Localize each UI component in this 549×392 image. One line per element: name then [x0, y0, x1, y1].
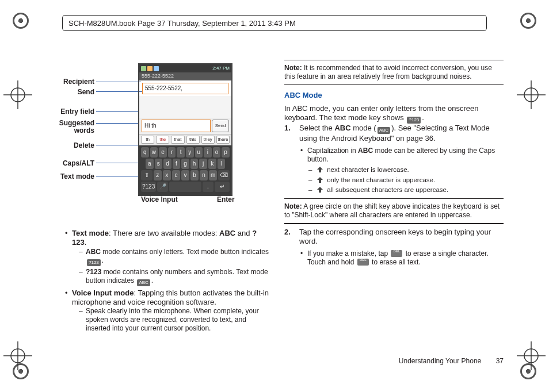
key[interactable]: e [159, 147, 167, 157]
callout-text-mode: Text mode [57, 172, 94, 181]
key[interactable]: d [163, 159, 171, 169]
section-header-abc-mode: ABC Mode [284, 91, 504, 100]
callout-line [96, 111, 142, 112]
key[interactable]: f [173, 159, 181, 169]
key[interactable]: w [150, 147, 158, 157]
key[interactable]: u [195, 147, 203, 157]
suggestion[interactable]: there [216, 136, 230, 144]
phone-screenshot: 2:47 PM 555-222-5522 555-222-5522, Hi th… [138, 63, 233, 196]
delete-key-icon [357, 259, 369, 266]
key[interactable]: c [172, 170, 180, 180]
callout-entry-field: Entry field [57, 107, 94, 116]
key[interactable]: p [222, 147, 230, 157]
text-mode-icon: ?123 [407, 117, 421, 124]
key[interactable]: m [209, 170, 217, 180]
sub-caps-lower: next character is lowercase. [307, 166, 504, 174]
rule [284, 223, 504, 224]
callout-suggested-l2: words [49, 126, 94, 135]
key[interactable]: i [204, 147, 212, 157]
key[interactable]: z [154, 170, 162, 180]
status-time: 2:47 PM [212, 66, 230, 71]
crop-mark-icon [3, 80, 32, 109]
key[interactable]: t [177, 147, 185, 157]
note-conversion: Note: It is recommended that to avoid in… [284, 64, 504, 81]
callout-caps-alt: Caps/ALT [57, 159, 94, 168]
text-mode-icon: ABC [137, 279, 150, 286]
footer-section: Understanding Your Phone [399, 357, 481, 365]
key[interactable]: v [181, 170, 189, 180]
suggestion[interactable]: th [141, 136, 154, 144]
key[interactable]: y [186, 147, 194, 157]
status-bar: 2:47 PM [139, 64, 231, 72]
callout-voice-input: Voice Input [141, 195, 178, 204]
text-mode-icon: ABC [378, 127, 390, 134]
send-button[interactable]: Send [212, 120, 229, 132]
text-mode-key[interactable]: ?123 [141, 182, 156, 192]
key[interactable]: l [218, 159, 226, 169]
crop-mark-icon [3, 341, 32, 370]
key[interactable]: b [190, 170, 199, 180]
message-area [139, 96, 231, 118]
note-shift-lock: Note: A gree circle on the shift key abo… [284, 202, 504, 220]
shift-outline-icon [317, 166, 324, 173]
rule [284, 198, 504, 199]
key[interactable]: s [155, 159, 163, 169]
shift-filled-icon [317, 176, 324, 183]
key[interactable]: o [213, 147, 221, 157]
frame-header-text: SCH-M828UM.book Page 37 Thursday, Septem… [68, 19, 296, 28]
sub-abc-mode: ABC mode contains only letters. Text mod… [79, 248, 269, 266]
key[interactable]: x [163, 170, 171, 180]
sub-caps-next-upper: only the next character is uppercase. [307, 176, 504, 184]
key[interactable]: q [141, 147, 149, 157]
key[interactable]: k [208, 159, 216, 169]
rule [284, 60, 504, 60]
registration-mark-icon [13, 13, 29, 29]
key[interactable]: h [190, 159, 199, 169]
crop-mark-icon [517, 80, 546, 109]
registration-mark-icon [520, 13, 536, 29]
delete-key-icon [391, 250, 402, 257]
callout-line [96, 82, 141, 82]
callout-line [96, 123, 142, 124]
key[interactable]: j [199, 159, 207, 169]
sub-caps-all-upper: all subsequent characters are uppercase. [307, 186, 504, 194]
step-2: Tap the corresponding onscreen keys to b… [284, 228, 504, 267]
suggestion[interactable]: this [186, 136, 200, 144]
key[interactable]: r [168, 147, 176, 157]
suggestion[interactable]: they [201, 136, 215, 144]
footer-page-number: 37 [496, 357, 504, 365]
suggestion[interactable]: that [171, 136, 184, 144]
callout-send: Send [57, 88, 94, 97]
rule [284, 84, 504, 85]
callout-enter: Enter [217, 195, 235, 204]
page-footer: Understanding Your Phone 37 [399, 357, 504, 366]
suggestion[interactable]: the [156, 136, 169, 144]
key[interactable]: a [146, 159, 154, 169]
key[interactable]: g [181, 159, 189, 169]
delete-key[interactable]: ⌫ [218, 170, 230, 180]
shift-lock-icon [317, 186, 324, 193]
abc-intro: In ABC mode, you can enter only letters … [284, 104, 504, 124]
callout-recipient: Recipient [57, 78, 94, 86]
voice-input-key[interactable]: 🎤 [157, 182, 168, 192]
period-key[interactable]: . [203, 182, 214, 192]
recipient-bar: 555-222-5522 [139, 72, 231, 80]
frame-header: SCH-M828UM.book Page 37 Thursday, Septem… [62, 15, 487, 31]
bullet-voice-input: Voice Input mode: Tapping this button ac… [65, 289, 269, 333]
space-key[interactable] [169, 182, 201, 192]
sub-123-mode: ?123 mode contains only numbers and symb… [79, 268, 269, 286]
text-mode-icon: ?123 [87, 259, 101, 266]
sub-speak-clearly: Speak clearly into the microphone. When … [79, 307, 269, 333]
callout-line [96, 163, 143, 163]
bullet-text-mode: Text mode: There are two available modes… [65, 229, 269, 286]
crop-mark-icon [517, 341, 546, 370]
key[interactable]: n [200, 170, 208, 180]
shift-key[interactable]: ⇧ [141, 170, 152, 180]
bullet-capitalization: Capitalization in ABC mode can be altere… [299, 147, 504, 194]
step-1: Select the ABC mode (ABC). See "Selectin… [284, 124, 504, 194]
keyboard: qwertyuiop asdfghjkl ⇧ zxcvbnm ⌫ ?123 🎤 [139, 145, 231, 195]
recipient-input[interactable]: 555-222-5522, [142, 83, 228, 94]
enter-key[interactable]: ↵ [215, 182, 230, 192]
entry-input[interactable]: Hi th [142, 120, 211, 132]
suggestion-row: th the that this they there [139, 134, 231, 145]
